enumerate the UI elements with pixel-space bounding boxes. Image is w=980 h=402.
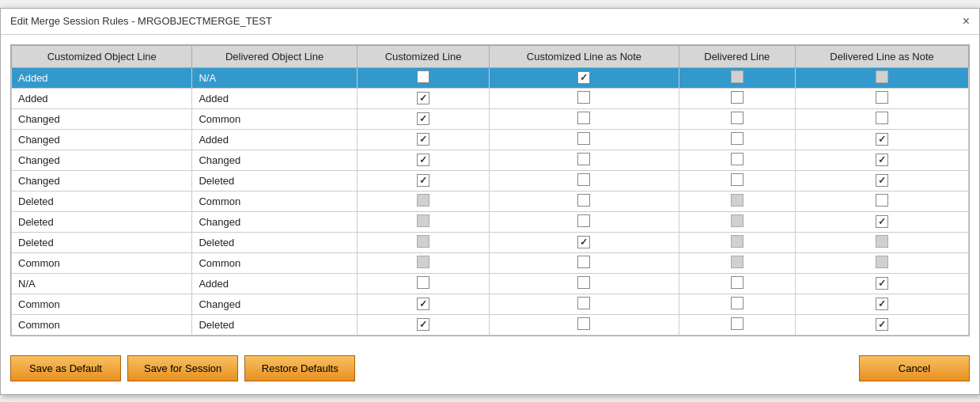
cell-checkbox[interactable] — [490, 314, 679, 335]
cell-checkbox[interactable] — [679, 108, 796, 129]
checkbox[interactable] — [731, 194, 744, 207]
cell-checkbox[interactable] — [357, 88, 490, 108]
cell-checkbox[interactable] — [357, 129, 490, 150]
cell-checkbox[interactable] — [679, 150, 796, 170]
cell-checkbox[interactable] — [490, 88, 679, 108]
checkbox[interactable] — [577, 173, 590, 186]
checkbox[interactable] — [876, 318, 888, 331]
close-button[interactable]: × — [963, 15, 970, 28]
cell-checkbox[interactable] — [357, 314, 490, 335]
checkbox[interactable] — [731, 297, 744, 309]
cell-checkbox[interactable] — [796, 191, 969, 211]
checkbox[interactable] — [731, 317, 744, 330]
table-row[interactable]: DeletedDeleted — [12, 232, 969, 252]
table-row[interactable]: CommonCommon — [12, 252, 969, 273]
checkbox[interactable] — [876, 194, 888, 207]
checkbox[interactable] — [731, 112, 744, 124]
checkbox[interactable] — [577, 236, 590, 248]
checkbox[interactable] — [876, 235, 888, 248]
cell-checkbox[interactable] — [796, 252, 969, 273]
cell-checkbox[interactable] — [357, 170, 490, 191]
table-row[interactable]: AddedN/A — [12, 67, 969, 88]
cell-checkbox[interactable] — [679, 252, 796, 273]
cell-checkbox[interactable] — [357, 294, 490, 314]
checkbox[interactable] — [417, 256, 429, 268]
save-session-button[interactable]: Save for Session — [127, 355, 238, 381]
checkbox[interactable] — [577, 214, 590, 227]
save-default-button[interactable]: Save as Default — [10, 355, 121, 381]
checkbox[interactable] — [577, 91, 590, 104]
checkbox[interactable] — [731, 235, 744, 248]
checkbox[interactable] — [876, 112, 888, 124]
checkbox[interactable] — [577, 71, 590, 84]
table-row[interactable]: N/AAdded — [12, 273, 969, 294]
checkbox[interactable] — [876, 215, 888, 228]
checkbox[interactable] — [417, 112, 429, 125]
cell-checkbox[interactable] — [796, 232, 969, 252]
checkbox[interactable] — [417, 133, 429, 146]
cell-checkbox[interactable] — [796, 273, 969, 294]
cell-checkbox[interactable] — [357, 67, 490, 88]
checkbox[interactable] — [417, 276, 429, 289]
cell-checkbox[interactable] — [490, 150, 679, 170]
cell-checkbox[interactable] — [679, 211, 796, 232]
cell-checkbox[interactable] — [490, 211, 679, 232]
cell-checkbox[interactable] — [796, 108, 969, 129]
checkbox[interactable] — [577, 153, 590, 165]
cell-checkbox[interactable] — [490, 273, 679, 294]
table-row[interactable]: ChangedChanged — [12, 150, 969, 170]
cell-checkbox[interactable] — [357, 108, 490, 129]
table-row[interactable]: CommonChanged — [12, 294, 969, 314]
cell-checkbox[interactable] — [490, 129, 679, 150]
cell-checkbox[interactable] — [679, 129, 796, 150]
cell-checkbox[interactable] — [679, 67, 796, 88]
table-row[interactable]: ChangedCommon — [12, 108, 969, 129]
checkbox[interactable] — [731, 70, 744, 83]
checkbox[interactable] — [417, 235, 429, 248]
cell-checkbox[interactable] — [490, 294, 679, 314]
cell-checkbox[interactable] — [796, 170, 969, 191]
cell-checkbox[interactable] — [679, 170, 796, 191]
checkbox[interactable] — [876, 256, 888, 268]
checkbox[interactable] — [731, 214, 744, 227]
cell-checkbox[interactable] — [679, 294, 796, 314]
checkbox[interactable] — [731, 276, 744, 289]
cell-checkbox[interactable] — [679, 232, 796, 252]
checkbox[interactable] — [731, 173, 744, 186]
checkbox[interactable] — [417, 70, 429, 83]
cell-checkbox[interactable] — [490, 232, 679, 252]
checkbox[interactable] — [417, 318, 429, 331]
checkbox[interactable] — [417, 214, 429, 227]
checkbox[interactable] — [577, 317, 590, 330]
cell-checkbox[interactable] — [490, 191, 679, 211]
cell-checkbox[interactable] — [796, 129, 969, 150]
cell-checkbox[interactable] — [490, 67, 679, 88]
cell-checkbox[interactable] — [357, 150, 490, 170]
checkbox[interactable] — [417, 194, 429, 207]
cell-checkbox[interactable] — [357, 191, 490, 211]
cell-checkbox[interactable] — [357, 252, 490, 273]
checkbox[interactable] — [577, 112, 590, 124]
checkbox[interactable] — [731, 91, 744, 104]
cell-checkbox[interactable] — [679, 273, 796, 294]
checkbox[interactable] — [417, 298, 429, 310]
checkbox[interactable] — [577, 194, 590, 207]
checkbox[interactable] — [577, 297, 590, 309]
checkbox[interactable] — [876, 174, 888, 187]
cell-checkbox[interactable] — [357, 273, 490, 294]
table-row[interactable]: DeletedChanged — [12, 211, 969, 232]
cell-checkbox[interactable] — [357, 211, 490, 232]
cell-checkbox[interactable] — [490, 108, 679, 129]
cell-checkbox[interactable] — [796, 211, 969, 232]
cell-checkbox[interactable] — [490, 170, 679, 191]
checkbox[interactable] — [731, 256, 744, 268]
checkbox[interactable] — [876, 154, 888, 166]
cell-checkbox[interactable] — [796, 150, 969, 170]
cell-checkbox[interactable] — [679, 191, 796, 211]
checkbox[interactable] — [577, 132, 590, 145]
table-row[interactable]: CommonDeleted — [12, 314, 969, 335]
checkbox[interactable] — [577, 256, 590, 268]
cell-checkbox[interactable] — [357, 232, 490, 252]
cell-checkbox[interactable] — [490, 252, 679, 273]
checkbox[interactable] — [577, 276, 590, 289]
